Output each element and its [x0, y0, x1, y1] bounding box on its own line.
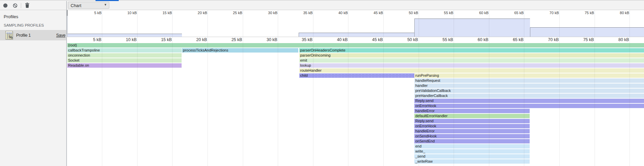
svg-text:%: %: [9, 35, 13, 40]
